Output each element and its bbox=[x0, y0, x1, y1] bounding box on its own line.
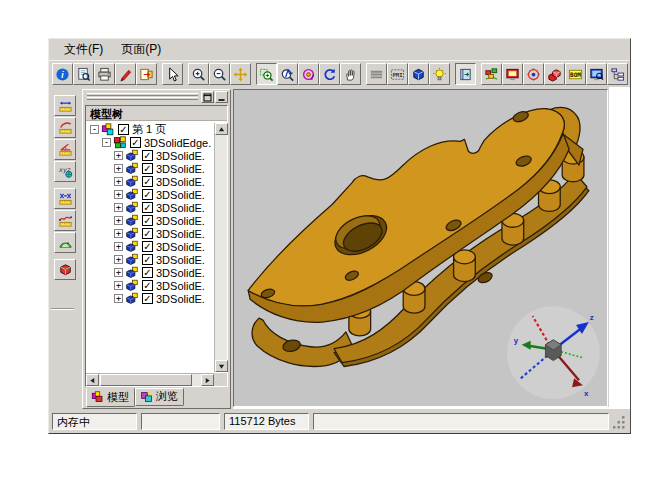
checkbox[interactable]: ✓ bbox=[142, 150, 153, 161]
expander-icon[interactable]: + bbox=[114, 177, 123, 186]
tree-row[interactable]: -✓3DSolidEdge. bbox=[87, 136, 213, 149]
bom-table-button[interactable]: BOM bbox=[565, 63, 586, 85]
solid-parts-button[interactable] bbox=[544, 63, 565, 85]
tree-row[interactable]: +✓3DSolidE. bbox=[87, 175, 213, 188]
tree-row[interactable]: +✓3DSolidE. bbox=[87, 266, 213, 279]
measure-area-button[interactable] bbox=[54, 232, 76, 253]
tree-row[interactable]: +✓3DSolidE. bbox=[87, 292, 213, 305]
view-cube-button[interactable] bbox=[408, 63, 429, 85]
structure-tree-button[interactable] bbox=[607, 63, 628, 85]
expander-icon[interactable]: + bbox=[114, 164, 123, 173]
expander-icon[interactable]: + bbox=[114, 203, 123, 212]
refresh-view-button[interactable] bbox=[319, 63, 340, 85]
checkbox[interactable]: ✓ bbox=[142, 202, 153, 213]
scroll-down-button[interactable] bbox=[215, 360, 228, 372]
tree-row[interactable]: +✓3DSolidE. bbox=[87, 253, 213, 266]
markup-pen-button[interactable] bbox=[115, 63, 136, 85]
zoom-window-button[interactable] bbox=[256, 63, 277, 85]
info-button[interactable]: i bbox=[52, 63, 73, 85]
checkbox[interactable]: ✓ bbox=[142, 241, 153, 252]
zoom-in-button[interactable] bbox=[188, 63, 209, 85]
scroll-left-button[interactable] bbox=[86, 374, 99, 386]
lighting-button[interactable] bbox=[429, 63, 450, 85]
measure-curve-length-button[interactable] bbox=[54, 210, 76, 231]
print-button[interactable] bbox=[94, 63, 115, 85]
resize-grip[interactable] bbox=[613, 414, 627, 430]
pan-hand-button[interactable] bbox=[340, 63, 361, 85]
expander-icon[interactable]: + bbox=[114, 190, 123, 199]
scrollbar-thumb[interactable] bbox=[100, 374, 192, 386]
tree-row[interactable]: -✓第 1 页 bbox=[87, 123, 213, 136]
checkbox[interactable]: ✓ bbox=[142, 228, 153, 239]
tree-row[interactable]: +✓3DSolidE. bbox=[87, 279, 213, 292]
checkbox[interactable]: ✓ bbox=[142, 189, 153, 200]
tree-row[interactable]: +✓3DSolidE. bbox=[87, 227, 213, 240]
checkbox[interactable]: ✓ bbox=[118, 124, 129, 135]
screen-capture-button[interactable] bbox=[502, 63, 523, 85]
notebook-button[interactable] bbox=[455, 63, 476, 85]
scroll-up-button[interactable] bbox=[215, 123, 228, 135]
expander-icon[interactable]: + bbox=[114, 216, 123, 225]
checkbox[interactable]: ✓ bbox=[142, 293, 153, 304]
expander-icon[interactable]: + bbox=[114, 268, 123, 277]
measure-radius-button[interactable] bbox=[54, 117, 76, 138]
zoom-out-button[interactable] bbox=[209, 63, 230, 85]
panel-gripper[interactable] bbox=[87, 93, 198, 101]
measure-angle-button[interactable] bbox=[54, 139, 76, 160]
checkbox[interactable]: ✓ bbox=[142, 267, 153, 278]
status-panel bbox=[313, 413, 609, 430]
pan-button[interactable] bbox=[230, 63, 251, 85]
tree-row[interactable]: +✓3DSolidE. bbox=[87, 162, 213, 175]
expander-icon[interactable]: + bbox=[114, 242, 123, 251]
doc-preview-button[interactable] bbox=[73, 63, 94, 85]
tree-row[interactable]: +✓3DSolidE. bbox=[87, 188, 213, 201]
tree-row[interactable]: +✓3DSolidE. bbox=[87, 240, 213, 253]
tab-model[interactable]: 模型 bbox=[86, 388, 135, 407]
tree-item-label: 3DSolidE. bbox=[156, 163, 205, 175]
expander-icon[interactable]: - bbox=[90, 125, 99, 134]
orbit-center-button[interactable] bbox=[523, 63, 544, 85]
axis-label-y: y bbox=[514, 336, 519, 345]
tree-row[interactable]: +✓3DSolidE. bbox=[87, 201, 213, 214]
tree-row[interactable]: +✓3DSolidE. bbox=[87, 149, 213, 162]
checkbox[interactable]: ✓ bbox=[142, 215, 153, 226]
export-doc-button[interactable] bbox=[136, 63, 157, 85]
tree-row[interactable]: +✓3DSolidE. bbox=[87, 214, 213, 227]
preview-window-button[interactable] bbox=[586, 63, 607, 85]
expander-icon[interactable]: + bbox=[114, 229, 123, 238]
expander-icon[interactable]: + bbox=[114, 281, 123, 290]
expander-icon[interactable]: + bbox=[114, 294, 123, 303]
status-bar: 内存中115712 Bytes bbox=[50, 411, 629, 432]
measure-coordinate-button[interactable]: xyz bbox=[54, 161, 76, 182]
expander-icon[interactable]: - bbox=[102, 138, 111, 147]
tree-horizontal-scrollbar[interactable] bbox=[86, 373, 214, 386]
zoom-dynamic-button[interactable] bbox=[277, 63, 298, 85]
panel-restore-button[interactable] bbox=[201, 91, 214, 103]
select-button[interactable] bbox=[162, 63, 183, 85]
tab-browse[interactable]: 浏览 bbox=[135, 388, 184, 406]
menu-page[interactable]: 页面(P) bbox=[112, 39, 170, 60]
checkbox[interactable]: ✓ bbox=[130, 137, 141, 148]
measure-between-button[interactable] bbox=[54, 188, 76, 209]
part-icon bbox=[125, 201, 140, 214]
assembly-tree-button[interactable] bbox=[481, 63, 502, 85]
checkbox[interactable]: ✓ bbox=[142, 176, 153, 187]
expander-icon[interactable]: + bbox=[114, 151, 123, 160]
layers-button[interactable] bbox=[366, 63, 387, 85]
measure-distance-button[interactable] bbox=[54, 95, 76, 116]
checkbox[interactable]: ✓ bbox=[142, 280, 153, 291]
scroll-right-button[interactable] bbox=[201, 374, 214, 386]
tree-vertical-scrollbar[interactable] bbox=[214, 123, 227, 372]
checkbox[interactable]: ✓ bbox=[142, 254, 153, 265]
tree-item-label: 3DSolidE. bbox=[156, 189, 205, 201]
panel-hide-button[interactable] bbox=[215, 91, 228, 103]
nav-trihedron[interactable]: z x y bbox=[507, 306, 600, 399]
checkbox[interactable]: ✓ bbox=[142, 163, 153, 174]
menu-file[interactable]: 文件(F) bbox=[55, 39, 112, 60]
viewport-3d[interactable]: z x y bbox=[233, 89, 608, 407]
pmi-button[interactable]: PMI bbox=[387, 63, 408, 85]
expander-icon[interactable]: + bbox=[114, 255, 123, 264]
rotate-view-button[interactable] bbox=[298, 63, 319, 85]
measure-volume-button[interactable] bbox=[54, 259, 76, 280]
model-tree-panel: 模型树 -✓第 1 页-✓3DSolidEdge.+✓3DSolidE.+✓3D… bbox=[82, 89, 231, 409]
